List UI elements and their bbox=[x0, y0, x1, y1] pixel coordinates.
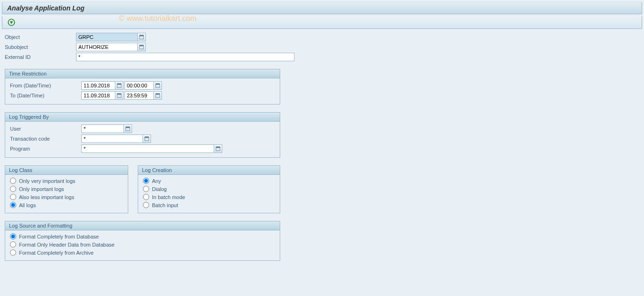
subobject-label: Subobject bbox=[5, 44, 76, 50]
svg-rect-8 bbox=[156, 84, 160, 85]
log-creation-radio-label: Any bbox=[152, 178, 161, 184]
log-class-radio[interactable] bbox=[10, 194, 16, 200]
log-creation-radio-label: In batch mode bbox=[152, 194, 185, 200]
from-time-input[interactable] bbox=[124, 81, 154, 90]
execute-icon[interactable] bbox=[7, 18, 16, 27]
log-creation-option[interactable]: In batch mode bbox=[143, 194, 275, 200]
external-id-label: External ID bbox=[5, 54, 76, 60]
log-class-radio-label: All logs bbox=[19, 202, 36, 208]
from-time-f4-icon[interactable] bbox=[153, 81, 162, 90]
log-creation-radio-label: Dialog bbox=[152, 186, 167, 192]
log-source-group: Log Source and Formatting Format Complet… bbox=[5, 221, 280, 261]
svg-rect-6 bbox=[117, 84, 121, 85]
log-source-radio-label: Format Only Header Data from Database bbox=[19, 242, 114, 248]
svg-rect-18 bbox=[216, 147, 220, 148]
log-class-option[interactable]: Only important logs bbox=[10, 186, 123, 192]
log-source-radio-label: Format Completely from Archive bbox=[19, 250, 94, 256]
to-date-f4-icon[interactable] bbox=[115, 91, 123, 100]
log-source-header: Log Source and Formatting bbox=[5, 221, 280, 230]
log-creation-radio[interactable] bbox=[143, 194, 149, 200]
log-class-radio-label: Only important logs bbox=[19, 186, 64, 192]
from-label: From (Date/Time) bbox=[10, 83, 81, 88]
log-creation-header: Log Creation bbox=[138, 166, 280, 175]
log-source-option[interactable]: Format Completely from Database bbox=[10, 233, 275, 239]
tcode-f4-icon[interactable] bbox=[142, 134, 151, 143]
page-title: Analyse Application Log bbox=[2, 2, 642, 14]
user-f4-icon[interactable] bbox=[123, 124, 132, 133]
log-class-group: Log Class Only very important logs Only … bbox=[5, 165, 128, 213]
log-creation-option[interactable]: Any bbox=[143, 178, 275, 184]
to-date-input[interactable] bbox=[81, 91, 115, 100]
content: Object Subobject External ID Time Restri… bbox=[0, 33, 644, 261]
user-input[interactable] bbox=[81, 124, 124, 133]
external-id-input[interactable] bbox=[76, 53, 294, 61]
time-restriction-group: Time Restriction From (Date/Time) To (Da… bbox=[5, 69, 280, 105]
title-text: Analyse Application Log bbox=[7, 4, 85, 12]
log-class-radio[interactable] bbox=[10, 186, 16, 192]
object-input[interactable] bbox=[76, 33, 138, 41]
svg-rect-14 bbox=[126, 127, 130, 128]
subobject-input[interactable] bbox=[76, 43, 138, 51]
log-class-radio[interactable] bbox=[10, 202, 16, 208]
log-creation-radio-label: Batch input bbox=[152, 202, 178, 208]
svg-rect-12 bbox=[156, 94, 160, 95]
log-triggered-group: Log Triggered By User Transaction code P… bbox=[5, 112, 280, 158]
log-creation-option[interactable]: Batch input bbox=[143, 202, 275, 208]
svg-rect-2 bbox=[140, 35, 143, 37]
program-f4-icon[interactable] bbox=[214, 144, 222, 153]
tcode-label: Transaction code bbox=[10, 136, 81, 142]
svg-rect-10 bbox=[117, 94, 121, 95]
to-label: To (Date/Time) bbox=[10, 93, 81, 98]
log-source-option[interactable]: Format Only Header Data from Database bbox=[10, 241, 275, 248]
log-source-radio[interactable] bbox=[10, 249, 16, 256]
svg-rect-4 bbox=[140, 45, 143, 47]
log-creation-radio[interactable] bbox=[143, 186, 149, 192]
log-source-radio[interactable] bbox=[10, 233, 16, 239]
time-restriction-header: Time Restriction bbox=[5, 69, 280, 78]
log-creation-group: Log Creation Any Dialog In batch mode Ba… bbox=[138, 165, 280, 213]
from-date-f4-icon[interactable] bbox=[115, 81, 123, 90]
log-source-radio-label: Format Completely from Database bbox=[19, 234, 99, 239]
log-class-radio-label: Also less important logs bbox=[19, 194, 74, 200]
from-date-input[interactable] bbox=[81, 81, 115, 90]
log-class-header: Log Class bbox=[5, 166, 128, 175]
program-label: Program bbox=[10, 146, 81, 152]
tcode-input[interactable] bbox=[81, 134, 143, 143]
svg-rect-16 bbox=[145, 137, 149, 138]
program-input[interactable] bbox=[81, 144, 214, 153]
subobject-f4-icon[interactable] bbox=[137, 43, 146, 51]
to-time-f4-icon[interactable] bbox=[153, 91, 162, 100]
log-class-option[interactable]: Only very important logs bbox=[10, 178, 123, 184]
log-creation-radio[interactable] bbox=[143, 178, 149, 184]
log-class-option[interactable]: Also less important logs bbox=[10, 194, 123, 200]
object-label: Object bbox=[5, 34, 76, 40]
log-source-option[interactable]: Format Completely from Archive bbox=[10, 249, 275, 256]
log-creation-radio[interactable] bbox=[143, 202, 149, 208]
log-creation-option[interactable]: Dialog bbox=[143, 186, 275, 192]
log-class-radio-label: Only very important logs bbox=[19, 178, 76, 184]
log-class-radio[interactable] bbox=[10, 178, 16, 184]
log-source-radio[interactable] bbox=[10, 241, 16, 248]
user-label: User bbox=[10, 126, 81, 132]
log-class-option[interactable]: All logs bbox=[10, 202, 123, 208]
toolbar bbox=[2, 16, 642, 29]
log-triggered-header: Log Triggered By bbox=[5, 113, 280, 122]
to-time-input[interactable] bbox=[124, 91, 154, 100]
object-f4-icon[interactable] bbox=[137, 33, 146, 41]
